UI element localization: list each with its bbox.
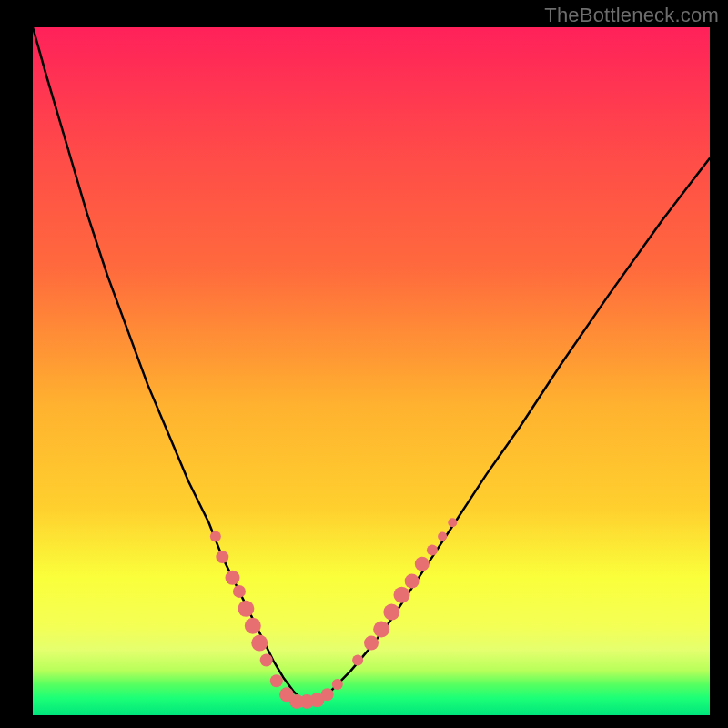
data-marker [332, 679, 343, 690]
gradient-background [33, 27, 710, 715]
data-marker [383, 604, 399, 621]
chart-svg [33, 27, 710, 715]
data-marker [210, 531, 221, 541]
data-marker [352, 655, 363, 666]
data-marker [321, 688, 334, 701]
data-marker [364, 636, 379, 651]
data-marker [438, 531, 447, 541]
data-marker [427, 545, 438, 556]
data-marker [393, 587, 410, 603]
data-marker [225, 571, 239, 585]
data-marker [270, 674, 283, 687]
watermark-label: TheBottleneck.com [544, 4, 719, 27]
data-marker [233, 585, 246, 598]
data-marker [373, 622, 389, 638]
chart-container: TheBottleneck.com [0, 0, 728, 728]
data-marker [415, 557, 430, 571]
data-marker [245, 618, 261, 634]
plot-area [33, 27, 710, 715]
data-marker [238, 601, 254, 617]
data-marker [405, 574, 420, 589]
data-marker [251, 635, 268, 652]
data-marker [216, 551, 228, 563]
data-marker [448, 518, 457, 527]
data-marker [260, 654, 273, 667]
